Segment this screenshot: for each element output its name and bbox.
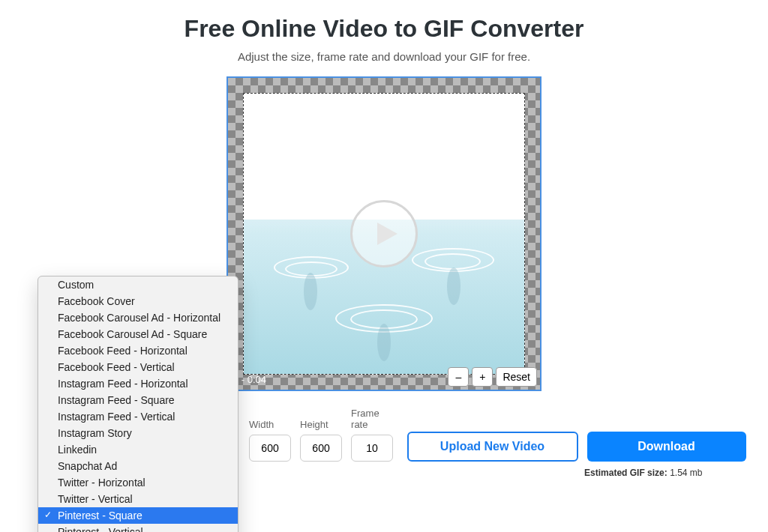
height-field: Height bbox=[300, 419, 342, 462]
framerate-label: Frame rate bbox=[351, 408, 398, 430]
preset-option[interactable]: Snapchat Ad bbox=[38, 458, 238, 474]
framerate-input[interactable] bbox=[351, 435, 393, 462]
upload-new-video-button[interactable]: Upload New Video bbox=[407, 432, 578, 462]
preset-option[interactable]: Facebook Carousel Ad - Square bbox=[38, 326, 238, 342]
preset-option[interactable]: Instagram Feed - Horizontal bbox=[38, 375, 238, 392]
zoom-reset-button[interactable]: Reset bbox=[496, 367, 537, 387]
preset-option[interactable]: Instagram Story bbox=[38, 425, 238, 441]
height-input[interactable] bbox=[300, 435, 342, 462]
framerate-field: Frame rate bbox=[351, 408, 398, 462]
preset-option[interactable]: Facebook Feed - Vertical bbox=[38, 359, 238, 375]
preview-canvas[interactable]: 0 - 0:04 – + Reset bbox=[226, 76, 542, 391]
height-label: Height bbox=[300, 419, 342, 430]
page-title: Free Online Video to GIF Converter bbox=[184, 15, 584, 43]
preset-option[interactable]: Instagram Feed - Square bbox=[38, 392, 238, 408]
preset-option[interactable]: Pinterest - Vertical bbox=[38, 524, 238, 532]
preset-option[interactable]: Linkedin bbox=[38, 441, 238, 458]
play-button[interactable] bbox=[350, 200, 418, 267]
preset-option[interactable]: Twitter - Vertical bbox=[38, 491, 238, 507]
play-icon bbox=[373, 220, 400, 247]
size-preset-dropdown[interactable]: CustomFacebook CoverFacebook Carousel Ad… bbox=[38, 276, 238, 532]
preset-option[interactable]: Custom bbox=[38, 276, 238, 293]
zoom-out-button[interactable]: – bbox=[448, 367, 469, 387]
preset-option[interactable]: Instagram Feed - Vertical bbox=[38, 408, 238, 425]
width-label: Width bbox=[249, 419, 291, 430]
width-input[interactable] bbox=[249, 435, 291, 462]
preset-option[interactable]: Facebook Feed - Horizontal bbox=[38, 342, 238, 359]
width-field: Width bbox=[249, 419, 291, 462]
preset-option[interactable]: Facebook Carousel Ad - Horizontal bbox=[38, 309, 238, 326]
preset-option[interactable]: Twitter - Horizontal bbox=[38, 474, 238, 491]
preset-option[interactable]: Facebook Cover bbox=[38, 293, 238, 309]
zoom-in-button[interactable]: + bbox=[472, 367, 493, 387]
preset-option[interactable]: Pinterest - Square bbox=[38, 507, 238, 524]
page-subtitle: Adjust the size, frame rate and download… bbox=[238, 50, 530, 63]
zoom-controls: – + Reset bbox=[448, 367, 537, 387]
estimated-size: Estimated GIF size: 1.54 mb bbox=[584, 468, 702, 478]
download-button[interactable]: Download bbox=[587, 432, 746, 462]
